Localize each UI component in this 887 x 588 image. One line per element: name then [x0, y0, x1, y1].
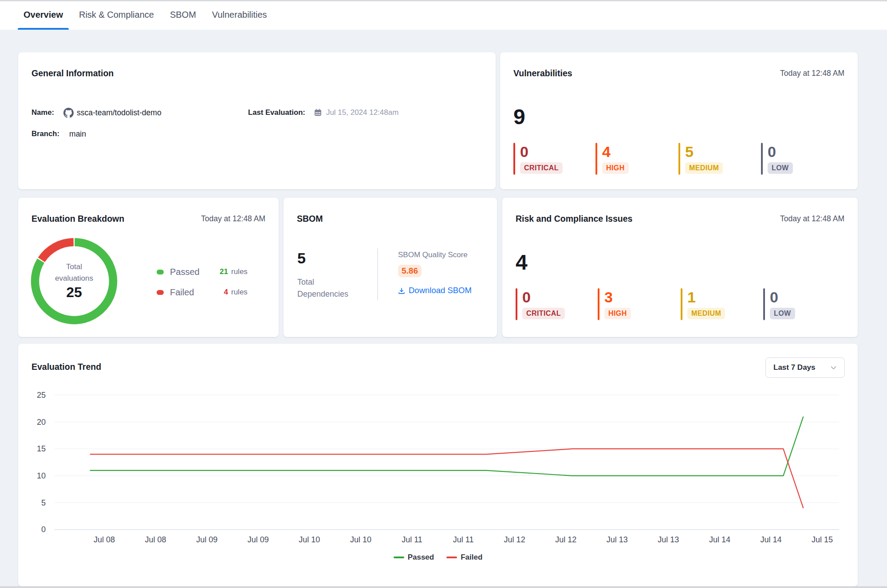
- download-icon: [398, 287, 405, 294]
- card-title: General Information: [32, 68, 114, 78]
- tab-vulnerabilities-label: Vulnerabilities: [212, 10, 267, 20]
- repo-name-value: ssca-team/todolist-demo: [77, 108, 162, 118]
- evaluation-trend-chart: 0510152025Jul 08Jul 08Jul 09Jul 09Jul 10…: [18, 344, 858, 586]
- severity-medium: 1 MEDIUM: [681, 288, 725, 320]
- download-sbom-link[interactable]: Download SBOM: [398, 286, 472, 295]
- legend-value: 4: [224, 288, 228, 297]
- sbom-quality-score-label: SBOM Quality Score: [398, 251, 468, 259]
- x-axis-label: Jul 09: [196, 535, 217, 544]
- severity-badge: CRITICAL: [522, 308, 565, 319]
- x-axis-label: Jul 14: [709, 535, 730, 544]
- severity-count: 0: [520, 144, 563, 159]
- failed-line-icon: [446, 557, 457, 558]
- y-axis-label: 10: [37, 471, 46, 480]
- total-dependencies-count: 5: [297, 251, 306, 266]
- y-axis-label: 5: [41, 498, 46, 507]
- github-icon: [63, 108, 74, 118]
- severity-badge: CRITICAL: [520, 162, 563, 174]
- severity-count: 3: [604, 290, 631, 305]
- legend-unit: rules: [231, 288, 248, 297]
- x-axis-label: Jul 12: [504, 535, 525, 544]
- general-information-card: General Information Name: ssca-team/todo…: [18, 52, 496, 189]
- severity-high: 4 HIGH: [595, 143, 629, 175]
- severity-count: 0: [770, 290, 795, 305]
- card-title: Vulnerabilities: [513, 68, 572, 78]
- risk-compliance-card: Risk and Compliance Issues Today at 12:4…: [502, 198, 858, 337]
- x-axis-label: Jul 11: [402, 535, 422, 544]
- legend-item-passed: Passed 21 rules: [157, 263, 248, 280]
- card-timestamp: Today at 12:48 AM: [780, 69, 844, 78]
- tab-sbom[interactable]: SBOM: [164, 1, 202, 30]
- severity-badge: HIGH: [602, 162, 629, 174]
- vulnerabilities-total: 9: [513, 106, 525, 128]
- tab-vulnerabilities[interactable]: Vulnerabilities: [206, 1, 273, 30]
- passed-pill-icon: [157, 270, 164, 274]
- passed-line-icon: [394, 557, 404, 558]
- severity-badge: MEDIUM: [685, 162, 723, 174]
- tab-overview-label: Overview: [24, 10, 63, 20]
- severity-bar: [516, 288, 517, 320]
- severity-count: 4: [602, 144, 629, 159]
- severity-badge: HIGH: [604, 308, 631, 319]
- legend-item-passed: Passed: [394, 553, 434, 562]
- donut-total: 25: [31, 284, 117, 301]
- trend-line-failed: [90, 449, 804, 508]
- card-title: Risk and Compliance Issues: [516, 214, 632, 224]
- failed-pill-icon: [157, 290, 164, 295]
- branch-label: Branch:: [32, 129, 59, 138]
- tab-sbom-label: SBOM: [170, 10, 196, 20]
- branch-row: Branch: main: [32, 128, 86, 140]
- severity-critical: 0 CRITICAL: [516, 288, 565, 320]
- tabs: Overview Risk & Compliance SBOM Vulnerab…: [18, 1, 887, 30]
- chevron-down-icon: [829, 364, 838, 372]
- sbom-card: SBOM 5 Total Dependencies SBOM Quality S…: [284, 198, 497, 337]
- total-dependencies-label: Total Dependencies: [297, 276, 355, 300]
- sbom-quality-score-badge: 5.86: [398, 265, 422, 277]
- severity-low: 0 LOW: [763, 288, 795, 320]
- severity-high: 3 HIGH: [598, 288, 631, 320]
- breakdown-legend: Passed 21 rules Failed 4 rules: [157, 263, 248, 304]
- trend-line-passed: [90, 416, 804, 476]
- severity-critical: 0 CRITICAL: [513, 143, 563, 175]
- severity-bar: [681, 288, 682, 320]
- tab-bar: Overview Risk & Compliance SBOM Vulnerab…: [0, 1, 887, 30]
- donut-center: Total evaluations 25: [31, 261, 117, 301]
- x-axis-label: Jul 12: [555, 535, 576, 544]
- x-axis-label: Jul 08: [145, 535, 166, 544]
- legend-label: Passed: [170, 267, 200, 277]
- vulnerabilities-card: Vulnerabilities Today at 12:48 AM 9 0 CR…: [500, 52, 858, 189]
- legend-label: Failed: [461, 553, 482, 562]
- branch-value: main: [69, 129, 86, 139]
- severity-bar: [598, 288, 599, 320]
- tab-risk-compliance[interactable]: Risk & Compliance: [73, 1, 160, 30]
- severity-body: 0 LOW: [768, 143, 793, 175]
- severity-body: 4 HIGH: [602, 143, 629, 175]
- card-title: Evaluation Breakdown: [32, 214, 124, 224]
- x-axis-label: Jul 13: [658, 535, 679, 544]
- x-axis-label: Jul 15: [812, 535, 833, 544]
- window-top-edge: [0, 0, 887, 1]
- y-axis-label: 25: [37, 391, 46, 400]
- severity-count: 0: [522, 290, 565, 305]
- severity-body: 0 CRITICAL: [520, 143, 563, 175]
- x-axis-label: Jul 10: [299, 535, 320, 544]
- severity-badge: MEDIUM: [687, 308, 725, 319]
- x-axis-label: Jul 08: [94, 535, 115, 544]
- date-range-select[interactable]: Last 7 Days: [765, 357, 845, 378]
- severity-count: 1: [687, 290, 725, 305]
- card-title: SBOM: [297, 214, 323, 224]
- severity-badge: LOW: [770, 308, 795, 319]
- severity-body: 1 MEDIUM: [687, 288, 725, 320]
- severity-bar: [513, 143, 515, 175]
- evaluation-breakdown-card: Evaluation Breakdown Today at 12:48 AM T…: [18, 198, 279, 337]
- severity-low: 0 LOW: [761, 143, 793, 175]
- severity-count: 0: [768, 144, 793, 159]
- date-range-value: Last 7 Days: [773, 363, 829, 372]
- legend-label: Passed: [408, 553, 434, 562]
- severity-body: 3 HIGH: [604, 288, 631, 320]
- severity-bar: [761, 143, 763, 175]
- tab-overview[interactable]: Overview: [18, 1, 69, 30]
- card-timestamp: Today at 12:48 AM: [201, 214, 265, 223]
- x-axis-label: Jul 13: [607, 535, 628, 544]
- last-evaluation-row: Last Evaluation: Jul 15, 2024 12:48am: [248, 106, 398, 119]
